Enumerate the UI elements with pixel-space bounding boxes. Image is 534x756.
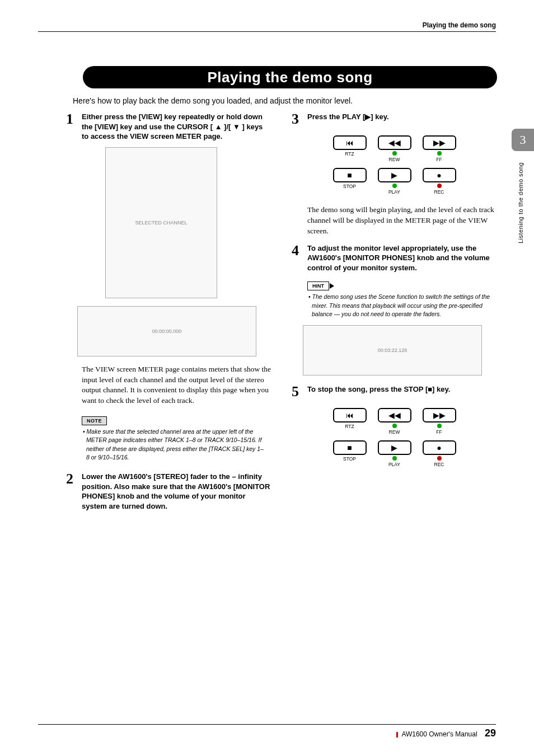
chapter-side-label: Listening to the demo song: [517, 162, 524, 243]
footer-doc-title: AW1600 Owner's Manual: [401, 730, 477, 738]
step-number: 5: [292, 384, 307, 399]
ff-button[interactable]: ▶▶: [423, 135, 456, 150]
rec-label: REC: [423, 456, 456, 467]
step-heading: Either press the [VIEW] key repeatedly o…: [82, 112, 271, 142]
footer: AW1600 Owner's Manual 29: [396, 727, 496, 739]
led-green-icon: [437, 151, 442, 156]
transport-panel-stop: ⏮ ◀◀ ▶▶ RTZ REW FF ■ ▶ ● STOP PLAY REC: [333, 408, 456, 467]
rew-button[interactable]: ◀◀: [378, 408, 411, 422]
right-column: 3 Press the PLAY [▶] key. ⏮ ◀◀ ▶▶ RTZ RE…: [292, 112, 497, 516]
figure-placeholder-label: 00:03:22.128: [378, 348, 407, 353]
step-heading: To adjust the monitor level appropriatel…: [307, 243, 497, 273]
step-heading: Press the PLAY [▶] key.: [307, 112, 389, 126]
step-number: 2: [66, 472, 82, 511]
step-number: 1: [66, 112, 82, 142]
step-heading: To stop the song, press the STOP [■] key…: [307, 384, 450, 399]
step-1: 1 Either press the [VIEW] key repeatedly…: [66, 112, 271, 142]
figure-placeholder-label: 00:00:00.000: [152, 328, 182, 334]
step-number: 4: [292, 243, 307, 273]
rew-button[interactable]: ◀◀: [378, 135, 411, 150]
rec-button[interactable]: ●: [423, 168, 456, 182]
footer-rule: [38, 724, 496, 725]
header-rule: [38, 31, 496, 32]
rec-button[interactable]: ●: [423, 440, 456, 455]
play-label: PLAY: [378, 456, 411, 467]
step-2: 2 Lower the AW1600's [STEREO] fader to t…: [66, 472, 271, 511]
figure-view-meter-playing: 00:03:22.128: [303, 325, 482, 375]
led-green-icon: [392, 151, 397, 156]
stop-button[interactable]: ■: [333, 440, 367, 455]
rew-label: REW: [378, 424, 411, 435]
figure-selected-channel-panel: SELECTED CHANNEL: [105, 147, 217, 298]
running-head: Playing the demo song: [423, 21, 496, 29]
led-red-icon: [437, 456, 442, 461]
step-1-body: The VIEW screen METER page contains mete…: [82, 364, 271, 407]
rtz-button[interactable]: ⏮: [333, 408, 367, 422]
led-green-icon: [392, 456, 397, 461]
page-number: 29: [485, 727, 496, 739]
rtz-label: RTZ: [333, 151, 367, 162]
chapter-tab: 3: [512, 129, 534, 151]
rtz-button[interactable]: ⏮: [333, 135, 367, 150]
section-title: Playing the demo song: [83, 66, 497, 88]
figure-placeholder-label: SELECTED CHANNEL: [135, 220, 187, 226]
ff-label: FF: [423, 151, 456, 162]
led-red-icon: [437, 184, 442, 188]
hint-label: HINT: [307, 281, 329, 290]
rtz-label: RTZ: [333, 424, 367, 435]
step-4-hint: • The demo song uses the Scene function …: [312, 293, 491, 318]
footer-tick-icon: [396, 732, 398, 738]
play-button[interactable]: ▶: [378, 440, 411, 455]
step-3-body: The demo song will begin playing, and th…: [307, 205, 497, 237]
rew-label: REW: [378, 151, 411, 162]
transport-panel-play: ⏮ ◀◀ ▶▶ RTZ REW FF ■ ▶ ● STOP PLAY REC: [333, 135, 456, 195]
note-label: NOTE: [82, 416, 107, 425]
led-green-icon: [392, 424, 397, 428]
led-green-icon: [392, 184, 397, 188]
led-green-icon: [437, 424, 442, 428]
step-heading: Lower the AW1600's [STEREO] fader to the…: [82, 472, 271, 511]
intro-text: Here's how to play back the demo song yo…: [73, 96, 353, 105]
step-number: 3: [292, 112, 307, 126]
step-1-note: • Make sure that the selected channel ar…: [86, 428, 266, 462]
rec-label: REC: [423, 184, 456, 195]
stop-label: STOP: [333, 184, 367, 195]
step-3: 3 Press the PLAY [▶] key.: [292, 112, 497, 126]
stop-button[interactable]: ■: [333, 168, 367, 182]
step-5: 5 To stop the song, press the STOP [■] k…: [292, 384, 497, 399]
stop-label: STOP: [333, 456, 367, 467]
figure-view-meter-idle: 00:00:00.000: [77, 306, 256, 356]
ff-button[interactable]: ▶▶: [423, 408, 456, 422]
left-column: 1 Either press the [VIEW] key repeatedly…: [66, 112, 271, 516]
ff-label: FF: [423, 424, 456, 435]
play-label: PLAY: [378, 184, 411, 195]
play-button[interactable]: ▶: [378, 168, 411, 182]
step-4: 4 To adjust the monitor level appropriat…: [292, 243, 497, 273]
